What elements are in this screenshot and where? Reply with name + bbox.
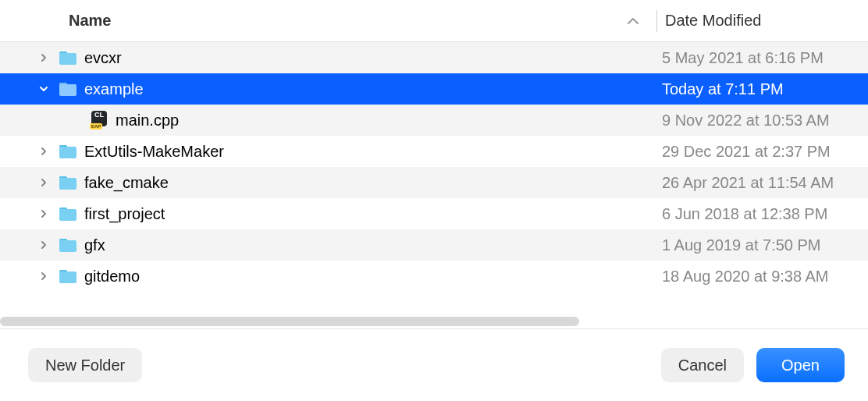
folder-icon — [58, 141, 78, 161]
chevron-right-icon[interactable] — [36, 53, 52, 62]
chevron-right-icon[interactable] — [36, 240, 52, 250]
file-name: fake_cmake — [84, 174, 662, 192]
chevron-right-icon[interactable] — [36, 147, 52, 156]
folder-icon — [58, 48, 78, 68]
sort-ascending-icon[interactable] — [617, 14, 649, 28]
folder-icon — [58, 172, 78, 193]
folder-icon — [58, 235, 78, 255]
file-row[interactable]: ExtUtils-MakeMaker29 Dec 2021 at 2:37 PM — [0, 136, 868, 167]
file-date: 29 Dec 2021 at 2:37 PM — [662, 143, 868, 161]
file-date: Today at 7:11 PM — [662, 80, 868, 98]
file-name: main.cpp — [116, 112, 662, 130]
file-date: 26 Apr 2021 at 11:54 AM — [662, 174, 868, 192]
horizontal-scrollbar-track[interactable] — [0, 314, 868, 328]
horizontal-scrollbar-thumb[interactable] — [0, 317, 579, 326]
file-date: 1 Aug 2019 at 7:50 PM — [662, 236, 868, 254]
column-header-date[interactable]: Date Modified — [665, 12, 868, 30]
file-row[interactable]: CL EAP main.cpp9 Nov 2022 at 10:53 AM — [0, 105, 868, 136]
file-name: gfx — [84, 236, 662, 254]
file-date: 5 May 2021 at 6:16 PM — [662, 49, 868, 67]
file-row[interactable]: first_project6 Jun 2018 at 12:38 PM — [0, 198, 868, 229]
file-name: ExtUtils-MakeMaker — [84, 143, 662, 161]
file-date: 6 Jun 2018 at 12:38 PM — [662, 205, 868, 223]
file-list: evcxr5 May 2021 at 6:16 PM exampleToday … — [0, 42, 868, 314]
file-name: first_project — [84, 205, 662, 223]
column-header-name[interactable]: Name — [0, 12, 617, 30]
chevron-right-icon[interactable] — [36, 178, 52, 187]
file-date: 18 Aug 2020 at 9:38 AM — [662, 268, 868, 286]
file-row[interactable]: fake_cmake26 Apr 2021 at 11:54 AM — [0, 167, 868, 198]
file-row[interactable]: evcxr5 May 2021 at 6:16 PM — [0, 42, 868, 73]
new-folder-button[interactable]: New Folder — [28, 348, 142, 382]
file-row[interactable]: gitdemo18 Aug 2020 at 9:38 AM — [0, 261, 868, 292]
chevron-right-icon[interactable] — [36, 209, 52, 218]
column-header-row: Name Date Modified — [0, 0, 868, 42]
column-divider[interactable] — [656, 10, 657, 32]
cancel-button[interactable]: Cancel — [661, 348, 744, 382]
folder-icon — [58, 266, 78, 286]
button-bar: New Folder Cancel Open — [0, 329, 868, 401]
chevron-right-icon[interactable] — [36, 271, 52, 281]
file-name: gitdemo — [84, 268, 662, 286]
file-name: example — [84, 80, 662, 98]
chevron-down-icon[interactable] — [36, 84, 52, 94]
cpp-file-icon: CL EAP — [89, 110, 109, 130]
file-date: 9 Nov 2022 at 10:53 AM — [662, 112, 868, 130]
folder-icon — [58, 204, 78, 224]
file-row[interactable]: gfx1 Aug 2019 at 7:50 PM — [0, 229, 868, 261]
file-row[interactable]: exampleToday at 7:11 PM — [0, 73, 868, 105]
folder-icon — [58, 79, 78, 99]
open-button[interactable]: Open — [756, 348, 845, 382]
file-name: evcxr — [84, 49, 662, 67]
